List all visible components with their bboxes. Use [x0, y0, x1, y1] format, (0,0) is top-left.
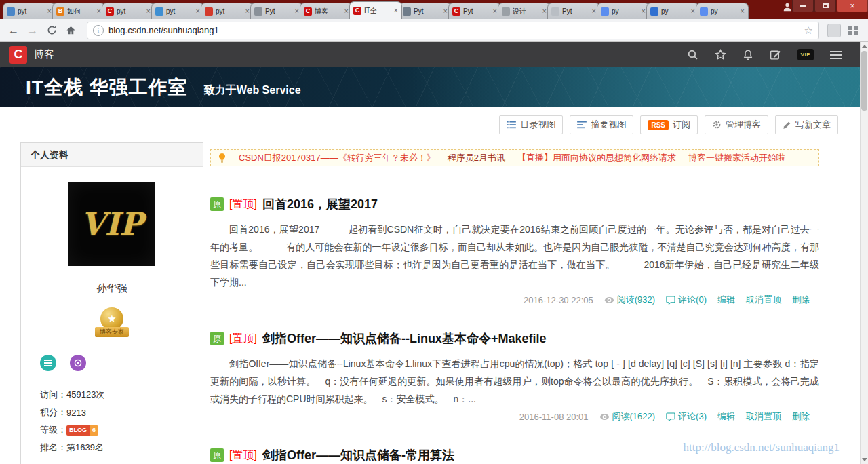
- tab-title: 如何: [67, 7, 95, 16]
- window-close-button[interactable]: ×: [837, 0, 868, 12]
- announcement-link[interactable]: 博客一键搬家活动开始啦: [688, 152, 785, 164]
- tab-close-icon[interactable]: ×: [295, 7, 299, 15]
- home-button[interactable]: [62, 22, 79, 39]
- toc-view-button[interactable]: 目录视图: [499, 115, 563, 134]
- browser-tab[interactable]: C 博客 ×: [300, 3, 353, 19]
- read-count[interactable]: 阅读(932): [604, 294, 655, 306]
- list-icon: [507, 121, 516, 129]
- badge-columns-icon[interactable]: [40, 355, 56, 371]
- tab-close-icon[interactable]: ×: [245, 7, 250, 15]
- lightbulb-icon: [218, 153, 226, 163]
- post-title-link[interactable]: 剑指Offer——知识点储备--Linux基本命令+Makefile: [262, 330, 547, 347]
- tab-favicon: C: [353, 7, 361, 15]
- browser-tab[interactable]: Pyt ×: [250, 3, 303, 19]
- tab-close-icon[interactable]: ×: [493, 7, 497, 15]
- browser-tab[interactable]: C IT全 ×: [349, 1, 402, 19]
- rss-subscribe-button[interactable]: RSS 订阅: [640, 115, 698, 134]
- browser-tab[interactable]: B 如何 ×: [52, 3, 105, 19]
- eye-icon: [599, 413, 610, 421]
- browser-tab[interactable]: 设计 ×: [498, 3, 551, 19]
- new-article-button[interactable]: 写新文章: [775, 115, 838, 134]
- tab-close-icon[interactable]: ×: [443, 7, 448, 15]
- unpin-link[interactable]: 取消置顶: [746, 294, 781, 306]
- manage-blog-label: 管理博客: [726, 119, 761, 131]
- badge-medal-icon[interactable]: [70, 355, 86, 371]
- apps-grid-icon[interactable]: [848, 25, 859, 36]
- browser-tab[interactable]: pyt ×: [151, 3, 204, 19]
- address-bar[interactable]: i blog.csdn.net/sunhuaqiang1 ☆: [87, 22, 819, 39]
- post-title-link[interactable]: 剑指Offer——知识点储备-常用算法: [262, 447, 454, 463]
- browser-tab[interactable]: C pyt ×: [102, 3, 155, 19]
- browser-tab[interactable]: py ×: [597, 3, 650, 19]
- tab-close-icon[interactable]: ×: [691, 7, 695, 15]
- comment-count[interactable]: 评论(3): [666, 410, 707, 423]
- visits-label: 访问：: [40, 389, 66, 401]
- announcement-link[interactable]: 【直播】用面向协议的思想简化网络请求: [517, 152, 676, 164]
- delete-link[interactable]: 删除: [792, 294, 810, 306]
- post-title-link[interactable]: 回首2016，展望2017: [262, 196, 378, 212]
- level-badge-icon: BLOG 6: [66, 425, 98, 436]
- avatar-image[interactable]: VIP: [68, 182, 155, 266]
- menu-hamburger-icon[interactable]: [830, 49, 842, 61]
- tab-close-icon[interactable]: ×: [196, 7, 200, 15]
- tab-close-icon[interactable]: ×: [344, 7, 349, 15]
- browser-tab[interactable]: Pyt ×: [547, 3, 600, 19]
- favorites-star-icon[interactable]: [715, 49, 726, 60]
- scrollbar-down-icon[interactable]: [862, 458, 867, 461]
- tab-close-icon[interactable]: ×: [97, 7, 101, 15]
- nav-blog-label[interactable]: 博客: [34, 48, 54, 61]
- minimize-icon: [800, 5, 806, 7]
- browser-tab[interactable]: py ×: [696, 3, 749, 19]
- browser-tab[interactable]: C Pyt ×: [448, 3, 501, 19]
- browser-tab[interactable]: pyt ×: [3, 3, 56, 19]
- announcement-link[interactable]: CSDN日报20170317——《转行穷三年？未必！》: [239, 152, 435, 164]
- edit-link[interactable]: 编辑: [717, 410, 735, 423]
- browser-tab[interactable]: Pyt ×: [399, 3, 452, 19]
- tab-close-icon[interactable]: ×: [47, 7, 52, 15]
- page-scrollbar[interactable]: [860, 42, 868, 464]
- extension-icon[interactable]: [827, 24, 841, 37]
- tab-close-icon[interactable]: ×: [394, 7, 398, 14]
- vip-badge-icon[interactable]: VIP: [797, 49, 814, 60]
- window-controls: ×: [791, 0, 868, 12]
- forward-button[interactable]: →: [24, 22, 41, 39]
- profile-body: VIP 孙华强 ★ 博客专家 访问： 459123次: [21, 167, 203, 464]
- tab-close-icon[interactable]: ×: [542, 7, 547, 15]
- summary-view-button[interactable]: 摘要视图: [570, 115, 633, 134]
- browser-tab[interactable]: py ×: [646, 3, 699, 19]
- announcement-link[interactable]: 程序员2月书讯: [448, 152, 505, 164]
- edit-link[interactable]: 编辑: [717, 294, 735, 306]
- user-name[interactable]: 孙华强: [21, 282, 203, 295]
- back-button[interactable]: ←: [5, 22, 22, 39]
- window-minimize-button[interactable]: [792, 0, 814, 12]
- page-content: 目录视图 摘要视图 RSS 订阅 管理博客 写新文章 个人资料 VIP 孙华强 …: [0, 107, 868, 464]
- refresh-button[interactable]: [43, 22, 60, 39]
- bookmark-star-icon[interactable]: ☆: [804, 24, 813, 37]
- browser-profile-icon[interactable]: [783, 2, 792, 12]
- tab-close-icon[interactable]: ×: [146, 7, 151, 15]
- scrollbar-up-icon[interactable]: [861, 42, 868, 50]
- scrollbar-thumb[interactable]: [861, 51, 867, 111]
- notifications-bell-icon[interactable]: [743, 49, 753, 60]
- tab-favicon: [403, 7, 411, 16]
- tab-close-icon[interactable]: ×: [642, 7, 646, 15]
- tab-close-icon[interactable]: ×: [741, 7, 745, 15]
- window-maximize-button[interactable]: [814, 0, 836, 12]
- comment-count[interactable]: 评论(0): [666, 294, 707, 306]
- achievement-badges: [21, 355, 203, 371]
- url-text[interactable]: blog.csdn.net/sunhuaqiang1: [108, 25, 804, 35]
- tab-title: 设计: [513, 7, 540, 16]
- tab-favicon: [551, 7, 559, 16]
- delete-link[interactable]: 删除: [792, 410, 810, 423]
- manage-blog-button[interactable]: 管理博客: [705, 115, 768, 134]
- read-count[interactable]: 阅读(1622): [599, 410, 656, 423]
- page-info-icon[interactable]: i: [93, 25, 104, 36]
- csdn-logo[interactable]: C: [9, 46, 27, 64]
- tab-close-icon[interactable]: ×: [592, 7, 596, 15]
- write-post-icon[interactable]: [770, 49, 781, 60]
- profile-header: 个人资料: [21, 143, 203, 167]
- unpin-link[interactable]: 取消置顶: [746, 410, 781, 423]
- search-icon[interactable]: [687, 49, 698, 60]
- browser-tab[interactable]: pyt ×: [201, 3, 254, 19]
- visits-value: 459123次: [66, 389, 104, 401]
